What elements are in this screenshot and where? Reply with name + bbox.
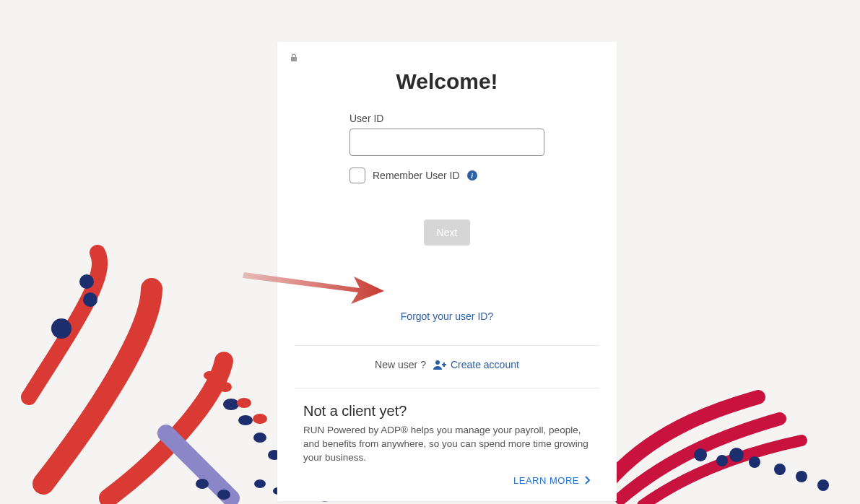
userid-label: User ID (349, 113, 544, 124)
svg-point-25 (716, 455, 728, 466)
svg-point-9 (204, 371, 215, 380)
svg-point-4 (238, 415, 253, 425)
page-title: Welcome! (277, 69, 617, 94)
svg-point-12 (253, 414, 267, 424)
svg-point-26 (729, 448, 744, 462)
svg-point-29 (796, 471, 807, 482)
svg-point-1 (83, 292, 97, 307)
learn-more-label: LEARN MORE (513, 475, 579, 486)
promo-body: RUN Powered by ADP® helps you manage you… (303, 424, 591, 465)
svg-point-0 (79, 274, 94, 289)
svg-point-8 (217, 490, 230, 500)
svg-point-31 (435, 360, 440, 365)
svg-point-7 (196, 479, 209, 489)
forgot-userid-link[interactable]: Forgot your user ID? (385, 302, 509, 331)
divider (295, 345, 599, 346)
svg-point-13 (254, 479, 266, 488)
remember-checkbox[interactable] (349, 168, 365, 183)
create-account-label: Create account (451, 359, 519, 370)
remember-label: Remember User ID (373, 170, 460, 181)
next-button[interactable]: Next (424, 220, 471, 246)
decorative-art-left (0, 231, 303, 504)
svg-point-10 (219, 382, 232, 392)
info-icon[interactable]: i (467, 170, 477, 181)
user-plus-icon (433, 360, 446, 370)
userid-input[interactable] (349, 129, 544, 156)
learn-more-link[interactable]: LEARN MORE (513, 475, 591, 487)
svg-point-28 (774, 464, 786, 475)
lock-icon (290, 55, 297, 64)
svg-point-2 (51, 318, 71, 339)
svg-point-27 (749, 456, 760, 468)
decorative-art-right (592, 390, 860, 504)
login-card: Welcome! User ID Remember User ID i Next… (277, 42, 617, 501)
svg-point-5 (253, 433, 266, 443)
svg-point-3 (223, 399, 239, 410)
chevron-right-icon (585, 475, 591, 487)
new-user-text: New user ? (375, 359, 426, 370)
promo-title: Not a client yet? (303, 403, 591, 420)
svg-point-24 (694, 448, 707, 461)
svg-point-11 (237, 398, 251, 408)
svg-point-30 (817, 479, 829, 491)
create-account-link[interactable]: Create account (433, 359, 519, 370)
